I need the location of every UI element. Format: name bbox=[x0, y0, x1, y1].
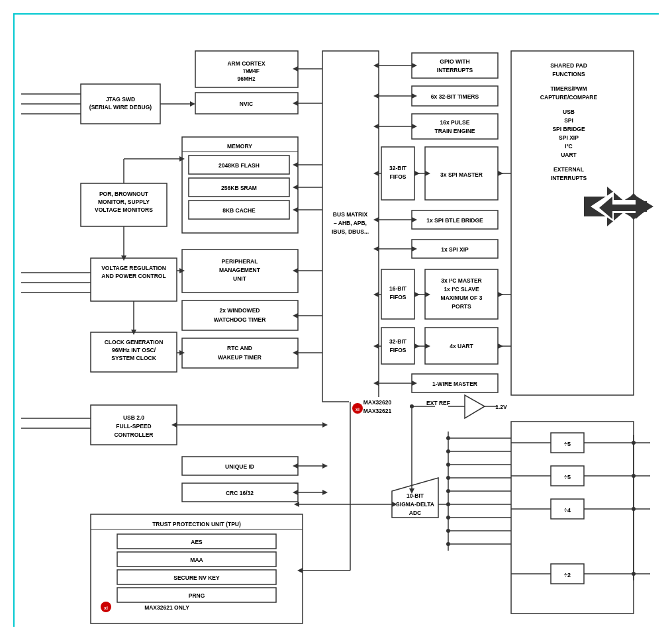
svg-text:10-BIT: 10-BIT bbox=[407, 492, 424, 499]
svg-text:16x PULSE: 16x PULSE bbox=[440, 119, 470, 126]
svg-text:MEMORY: MEMORY bbox=[227, 143, 252, 150]
svg-text:TRAIN ENGINE: TRAIN ENGINE bbox=[435, 128, 475, 134]
svg-text:SIGMA-DELTA: SIGMA-DELTA bbox=[396, 501, 434, 508]
svg-text:EXT REF: EXT REF bbox=[426, 400, 450, 406]
svg-text:TIMERS/PWM: TIMERS/PWM bbox=[550, 85, 587, 92]
svg-text:1x SPI BTLE BRIDGE: 1x SPI BTLE BRIDGE bbox=[426, 217, 483, 224]
svg-text:÷5: ÷5 bbox=[564, 441, 571, 447]
svg-rect-94 bbox=[322, 51, 379, 402]
svg-text:÷2: ÷2 bbox=[564, 572, 571, 578]
svg-rect-98 bbox=[412, 53, 498, 78]
svg-text:FIFOS: FIFOS bbox=[389, 347, 406, 353]
svg-rect-109 bbox=[412, 114, 498, 139]
svg-text:3x I²C MASTER: 3x I²C MASTER bbox=[441, 277, 481, 284]
outer-border: JTAG SWD (SERIAL WIRE DEBUG) ARM CORTEX … bbox=[13, 13, 659, 627]
svg-text:BUS MATRIX: BUS MATRIX bbox=[333, 211, 368, 218]
svg-text:SYSTEM CLOCK: SYSTEM CLOCK bbox=[111, 355, 156, 361]
svg-text:32-BIT: 32-BIT bbox=[389, 165, 407, 171]
svg-rect-67 bbox=[182, 300, 298, 330]
svg-text:-M4F: -M4F bbox=[246, 68, 260, 74]
svg-text:96MHz: 96MHz bbox=[238, 75, 256, 82]
svg-text:2048KB FLASH: 2048KB FLASH bbox=[218, 162, 260, 169]
svg-text:CLOCK GENERATION: CLOCK GENERATION bbox=[105, 339, 164, 345]
svg-text:1.2V: 1.2V bbox=[495, 404, 507, 410]
svg-text:INTERRUPTS: INTERRUPTS bbox=[551, 175, 587, 181]
svg-text:WATCHDOG TIMER: WATCHDOG TIMER bbox=[214, 316, 266, 323]
svg-text:2x WINDOWED: 2x WINDOWED bbox=[220, 307, 260, 314]
svg-text:IBUS, DBUS...: IBUS, DBUS... bbox=[332, 228, 369, 235]
svg-text:JTAG SWD: JTAG SWD bbox=[106, 96, 135, 103]
svg-text:MONITOR, SUPPLY: MONITOR, SUPPLY bbox=[98, 199, 150, 205]
svg-text:FIFOS: FIFOS bbox=[389, 294, 406, 300]
svg-text:USB: USB bbox=[563, 109, 575, 115]
svg-rect-73 bbox=[182, 338, 298, 368]
block-diagram-svg: JTAG SWD (SERIAL WIRE DEBUG) ARM CORTEX … bbox=[15, 15, 660, 628]
svg-text:SPI: SPI bbox=[564, 117, 573, 124]
svg-text:256KB SRAM: 256KB SRAM bbox=[221, 185, 257, 191]
svg-text:96MHz INT OSC/: 96MHz INT OSC/ bbox=[112, 347, 156, 353]
svg-text:VOLTAGE REGULATION: VOLTAGE REGULATION bbox=[101, 265, 166, 271]
svg-text:xi: xi bbox=[356, 407, 360, 412]
svg-text:UART: UART bbox=[561, 152, 577, 158]
svg-text:MAX32621 ONLY: MAX32621 ONLY bbox=[144, 604, 189, 611]
svg-text:ADC: ADC bbox=[409, 510, 421, 516]
svg-text:FULL-SPEED: FULL-SPEED bbox=[116, 423, 151, 430]
svg-text:NVIC: NVIC bbox=[240, 101, 253, 107]
svg-text:3x SPI MASTER: 3x SPI MASTER bbox=[440, 171, 483, 178]
svg-text:SECURE NV KEY: SECURE NV KEY bbox=[173, 574, 220, 581]
svg-text:CRC 16/32: CRC 16/32 bbox=[226, 490, 254, 496]
svg-text:(SERIAL WIRE DEBUG): (SERIAL WIRE DEBUG) bbox=[89, 104, 152, 111]
svg-text:MAXIMUM OF 3: MAXIMUM OF 3 bbox=[441, 295, 483, 301]
svg-text:16-BIT: 16-BIT bbox=[389, 285, 407, 292]
svg-text:WAKEUP TIMER: WAKEUP TIMER bbox=[218, 354, 262, 361]
svg-text:RTC AND: RTC AND bbox=[227, 345, 252, 351]
svg-text:1x I²C SLAVE: 1x I²C SLAVE bbox=[444, 286, 479, 293]
svg-text:4x UART: 4x UART bbox=[450, 343, 473, 349]
svg-text:MANAGEMENT: MANAGEMENT bbox=[219, 267, 261, 273]
svg-text:UNIT: UNIT bbox=[233, 275, 247, 282]
svg-rect-273 bbox=[91, 514, 303, 623]
svg-text:ARM CORTEX: ARM CORTEX bbox=[227, 60, 265, 67]
svg-text:6x 32-BIT TIMERS: 6x 32-BIT TIMERS bbox=[431, 93, 479, 100]
diagram: JTAG SWD (SERIAL WIRE DEBUG) ARM CORTEX … bbox=[15, 15, 657, 625]
svg-text:– AHB, APB,: – AHB, APB, bbox=[334, 220, 367, 226]
svg-text:CAPTURE/COMPARE: CAPTURE/COMPARE bbox=[540, 94, 598, 101]
svg-text:INTERRUPTS: INTERRUPTS bbox=[437, 67, 473, 73]
svg-text:PERIPHERAL: PERIPHERAL bbox=[222, 258, 258, 265]
svg-text:1x SPI XIP: 1x SPI XIP bbox=[441, 246, 469, 253]
svg-text:32-BIT: 32-BIT bbox=[389, 338, 407, 345]
svg-text:AND POWER CONTROL: AND POWER CONTROL bbox=[101, 273, 166, 279]
svg-text:xi: xi bbox=[104, 606, 108, 610]
svg-text:MAX32620: MAX32620 bbox=[363, 399, 392, 406]
svg-text:MAA: MAA bbox=[190, 557, 203, 563]
svg-text:PORTS: PORTS bbox=[452, 303, 471, 310]
svg-marker-293 bbox=[599, 197, 649, 219]
svg-text:÷4: ÷4 bbox=[564, 507, 571, 514]
svg-text:PRNG: PRNG bbox=[189, 592, 205, 599]
svg-text:POR, BROWNOUT: POR, BROWNOUT bbox=[99, 191, 149, 197]
svg-text:SPI XIP: SPI XIP bbox=[559, 134, 579, 141]
svg-text:FUNCTIONS: FUNCTIONS bbox=[552, 71, 585, 77]
double-arrow-right bbox=[599, 193, 652, 224]
svg-rect-154 bbox=[381, 328, 414, 364]
svg-text:CONTROLLER: CONTROLLER bbox=[114, 432, 153, 438]
svg-text:÷5: ÷5 bbox=[564, 474, 571, 480]
svg-text:8KB CACHE: 8KB CACHE bbox=[222, 207, 256, 214]
svg-text:USB 2.0: USB 2.0 bbox=[123, 414, 144, 421]
svg-text:SPI BRIDGE: SPI BRIDGE bbox=[552, 126, 585, 132]
svg-text:GPIO WITH: GPIO WITH bbox=[440, 58, 469, 65]
svg-text:1-WIRE MASTER: 1-WIRE MASTER bbox=[432, 381, 477, 387]
svg-text:SHARED PAD: SHARED PAD bbox=[550, 62, 587, 69]
svg-text:MAX32621: MAX32621 bbox=[363, 408, 392, 414]
svg-text:FIFOS: FIFOS bbox=[389, 173, 406, 180]
svg-text:EXTERNAL: EXTERNAL bbox=[553, 166, 584, 173]
svg-text:AES: AES bbox=[191, 539, 203, 545]
svg-text:TRUST PROTECTION UNIT (TPU): TRUST PROTECTION UNIT (TPU) bbox=[152, 521, 241, 527]
svg-text:VOLTAGE MONITORS: VOLTAGE MONITORS bbox=[95, 206, 153, 213]
svg-text:I²C: I²C bbox=[565, 143, 572, 150]
svg-text:UNIQUE ID: UNIQUE ID bbox=[225, 463, 254, 470]
